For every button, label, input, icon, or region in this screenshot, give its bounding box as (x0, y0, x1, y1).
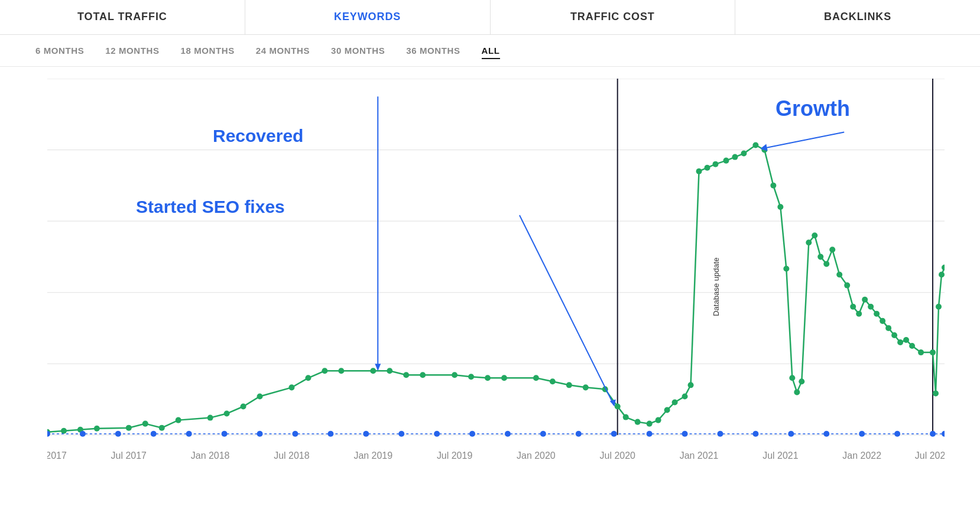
svg-point-78 (794, 389, 800, 395)
svg-point-90 (868, 304, 874, 310)
svg-text:Jul 2020: Jul 2020 (600, 450, 635, 461)
svg-point-130 (942, 431, 945, 437)
svg-point-129 (930, 431, 936, 437)
svg-point-44 (370, 368, 376, 374)
chart-area: Recovered Started SEO fixes Growth 25K 2… (0, 67, 980, 512)
svg-point-98 (918, 349, 924, 355)
svg-point-58 (623, 414, 629, 420)
svg-point-91 (874, 311, 880, 317)
svg-point-59 (635, 419, 641, 425)
green-line-chart (47, 145, 945, 432)
svg-point-46 (403, 372, 409, 378)
svg-point-57 (615, 403, 621, 409)
svg-point-108 (186, 431, 192, 437)
svg-point-74 (770, 183, 776, 189)
svg-point-75 (777, 204, 783, 210)
filter-all[interactable]: ALL (482, 46, 500, 56)
svg-point-41 (305, 375, 311, 381)
svg-point-52 (533, 375, 539, 381)
filter-12months[interactable]: 12 MONTHS (105, 46, 159, 56)
svg-point-88 (856, 311, 862, 317)
svg-point-101 (936, 304, 942, 310)
svg-point-121 (647, 431, 653, 437)
svg-point-64 (682, 393, 688, 399)
svg-point-114 (398, 431, 404, 437)
svg-point-125 (788, 431, 794, 437)
svg-point-33 (142, 421, 148, 427)
svg-point-95 (897, 339, 903, 345)
svg-point-77 (789, 375, 795, 381)
svg-point-70 (732, 154, 738, 160)
svg-point-89 (862, 297, 868, 303)
tab-traffic-cost[interactable]: TRAFFIC COST (491, 0, 736, 34)
svg-text:Jul 2022: Jul 2022 (915, 450, 945, 461)
svg-point-35 (176, 417, 181, 423)
svg-point-87 (850, 304, 856, 310)
svg-text:Jul 2021: Jul 2021 (762, 450, 798, 461)
filter-24months[interactable]: 24 MONTHS (256, 46, 310, 56)
svg-point-105 (80, 431, 86, 437)
filter-18months[interactable]: 18 MONTHS (181, 46, 235, 56)
svg-point-39 (257, 393, 263, 399)
svg-point-81 (812, 232, 817, 238)
svg-point-116 (469, 431, 475, 437)
svg-point-93 (885, 325, 891, 331)
time-filter-bar: 6 MONTHS 12 MONTHS 18 MONTHS 24 MONTHS 3… (0, 35, 980, 67)
svg-point-112 (327, 431, 333, 437)
svg-point-107 (151, 431, 157, 437)
svg-point-80 (806, 239, 812, 245)
svg-point-106 (115, 431, 121, 437)
svg-point-82 (817, 254, 823, 260)
svg-point-100 (933, 390, 939, 396)
svg-point-113 (363, 431, 369, 437)
tab-keywords[interactable]: KEYWORDS (245, 0, 491, 34)
svg-point-92 (880, 318, 885, 324)
chart-svg: 25K 20K 15K 10K 5K 0 Jan 2017 Jul 2017 J… (47, 79, 945, 482)
svg-point-119 (576, 431, 582, 437)
app-container: TOTAL TRAFFIC KEYWORDS TRAFFIC COST BACK… (0, 0, 980, 512)
svg-point-102 (939, 271, 945, 277)
svg-point-124 (752, 431, 758, 437)
svg-point-123 (718, 431, 723, 437)
svg-point-85 (836, 271, 842, 277)
svg-point-47 (420, 372, 426, 378)
svg-text:Jan 2017: Jan 2017 (47, 450, 67, 461)
tab-backlinks[interactable]: BACKLINKS (735, 0, 980, 34)
svg-point-66 (696, 168, 702, 174)
svg-point-103 (942, 264, 945, 270)
svg-point-120 (611, 431, 617, 437)
svg-point-49 (468, 374, 474, 380)
svg-text:Jul 2017: Jul 2017 (111, 450, 147, 461)
svg-text:Jan 2021: Jan 2021 (680, 450, 719, 461)
svg-point-62 (664, 407, 670, 413)
svg-point-43 (338, 368, 344, 374)
svg-point-97 (909, 343, 915, 349)
svg-point-45 (387, 368, 392, 374)
svg-point-68 (713, 161, 719, 167)
svg-point-69 (723, 158, 729, 164)
svg-text:Jan 2022: Jan 2022 (842, 450, 881, 461)
svg-point-48 (452, 372, 457, 378)
svg-text:Jan 2019: Jan 2019 (353, 450, 392, 461)
svg-point-86 (844, 282, 850, 288)
filter-30months[interactable]: 30 MONTHS (331, 46, 385, 56)
svg-point-72 (752, 142, 758, 148)
svg-point-38 (241, 403, 246, 409)
tab-total-traffic[interactable]: TOTAL TRAFFIC (0, 0, 245, 34)
svg-point-99 (930, 349, 936, 355)
svg-point-94 (891, 332, 897, 338)
svg-point-96 (903, 337, 909, 343)
svg-point-117 (505, 431, 511, 437)
svg-point-71 (741, 150, 747, 156)
svg-point-32 (126, 425, 132, 431)
svg-text:Jan 2018: Jan 2018 (191, 450, 230, 461)
svg-point-126 (823, 431, 829, 437)
svg-point-84 (829, 247, 835, 252)
filter-36months[interactable]: 36 MONTHS (406, 46, 460, 56)
svg-point-115 (434, 431, 440, 437)
svg-text:Database update: Database update (712, 257, 721, 316)
svg-point-54 (566, 382, 572, 388)
svg-point-79 (799, 378, 804, 384)
filter-6months[interactable]: 6 MONTHS (35, 46, 84, 56)
tab-bar: TOTAL TRAFFIC KEYWORDS TRAFFIC COST BACK… (0, 0, 980, 35)
